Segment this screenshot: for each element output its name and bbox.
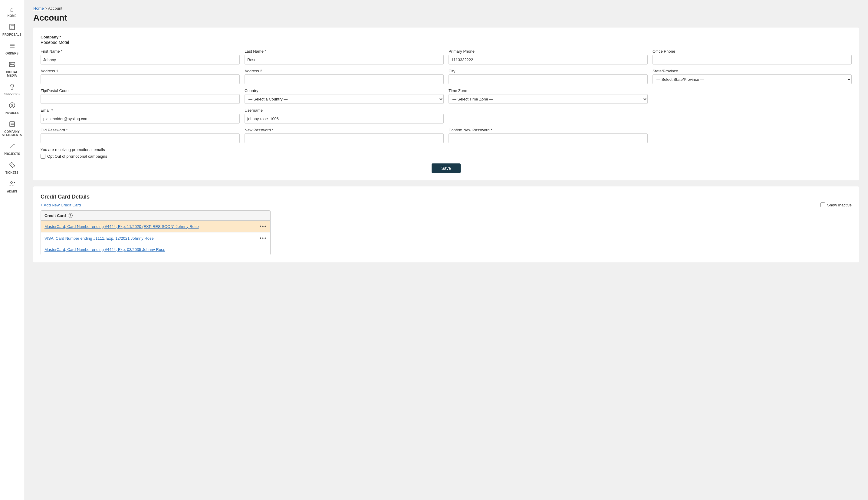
projects-icon (9, 143, 15, 151)
opt-out-checkbox[interactable] (41, 154, 45, 159)
address2-label: Address 2 (244, 69, 444, 73)
country-select[interactable]: — Select a Country — (244, 94, 444, 104)
add-cc-link[interactable]: + Add New Credit Card (41, 203, 81, 207)
cc-header: + Add New Credit Card Show Inactive (41, 203, 852, 207)
admin-icon (9, 180, 15, 189)
username-group: Username (244, 108, 444, 124)
sidebar-item-orders[interactable]: ORDERS (0, 39, 24, 58)
svg-point-19 (11, 182, 12, 183)
confirm-password-group: Confirm New Password * (448, 128, 648, 143)
cc-dots-1[interactable]: ••• (260, 224, 267, 229)
company-statements-icon (9, 121, 15, 129)
first-name-input[interactable] (41, 55, 240, 65)
old-password-group: Old Password * (41, 128, 240, 143)
breadcrumb-home-link[interactable]: Home (33, 6, 44, 11)
timezone-group: Time Zone — Select Time Zone — (448, 88, 648, 104)
svg-text:$: $ (11, 103, 13, 108)
promo-text: You are receiving promotional emails (41, 147, 852, 152)
office-phone-label: Office Phone (652, 49, 852, 54)
save-button[interactable]: Save (432, 163, 461, 173)
new-password-input[interactable] (244, 134, 444, 143)
sidebar-item-company-statements[interactable]: COMPANY STATEMENTS (0, 118, 24, 140)
last-name-input[interactable] (244, 55, 444, 65)
digital-media-icon (9, 61, 15, 69)
sidebar-item-home[interactable]: ⌂ HOME (0, 3, 24, 21)
form-row-5: Old Password * New Password * Confirm Ne… (41, 128, 852, 143)
address1-group: Address 1 (41, 69, 240, 84)
city-input[interactable] (448, 75, 648, 84)
tickets-icon (9, 162, 15, 170)
cc-table: Credit Card ? MasterCard, Card Number en… (41, 211, 271, 255)
confirm-password-label: Confirm New Password * (448, 128, 648, 132)
new-password-label: New Password * (244, 128, 444, 132)
city-group: City (448, 69, 648, 84)
svg-point-8 (10, 63, 11, 64)
form-row-1: First Name * Last Name * Primary Phone O… (41, 49, 852, 65)
opt-out-label: Opt Out of promotional campaigns (47, 154, 107, 159)
old-password-input[interactable] (41, 134, 240, 143)
old-password-label: Old Password * (41, 128, 240, 132)
primary-phone-input[interactable] (448, 55, 648, 65)
svg-line-17 (10, 144, 14, 148)
breadcrumb: Home > Account (33, 6, 859, 11)
show-inactive-checkbox[interactable] (821, 203, 825, 207)
zip-group: Zip/Postal Code (41, 88, 240, 104)
info-icon[interactable]: ? (68, 213, 73, 218)
cc-link-2[interactable]: VISA, Card Number ending #1111, Exp. 12/… (45, 236, 154, 241)
address2-input[interactable] (244, 75, 444, 84)
page-title: Account (33, 13, 859, 23)
promo-section: You are receiving promotional emails Opt… (41, 147, 852, 159)
cc-row-1-wrapper: MasterCard, Card Number ending #4444, Ex… (41, 221, 270, 232)
breadcrumb-separator: > (45, 6, 47, 11)
email-group: Email * (41, 108, 240, 124)
sidebar-item-label: COMPANY STATEMENTS (1, 130, 22, 137)
timezone-label: Time Zone (448, 88, 648, 93)
sidebar-item-digital-media[interactable]: DIGITAL MEDIA (0, 58, 24, 80)
sidebar-item-proposals[interactable]: PROPOSALS (0, 21, 24, 39)
zip-input[interactable] (41, 94, 240, 104)
opt-out-row: Opt Out of promotional campaigns (41, 154, 852, 159)
primary-phone-group: Primary Phone (448, 49, 648, 65)
sidebar-item-label: TICKETS (5, 171, 19, 174)
last-name-label: Last Name * (244, 49, 444, 54)
email-label: Email * (41, 108, 240, 113)
sidebar-item-tickets[interactable]: TICKETS (0, 159, 24, 177)
cc-dots-2[interactable]: ••• (260, 236, 267, 241)
office-phone-input[interactable] (652, 55, 852, 65)
sidebar-item-label: ORDERS (5, 52, 19, 55)
primary-phone-label: Primary Phone (448, 49, 648, 54)
show-inactive-row: Show Inactive (821, 203, 852, 207)
state-label: State/Province (652, 69, 852, 73)
cc-table-header: Credit Card ? (41, 211, 270, 221)
sidebar-item-projects[interactable]: PROJECTS (0, 140, 24, 159)
sidebar-item-invoices[interactable]: $ INVOICES (0, 99, 24, 118)
state-group: State/Province — Select State/Province — (652, 69, 852, 84)
zip-label: Zip/Postal Code (41, 88, 240, 93)
sidebar-item-services[interactable]: SERVICES (0, 80, 24, 99)
cc-row-3: MasterCard, Card Number ending #4444, Ex… (41, 244, 270, 255)
main-content: Home > Account Account Company * Rosebud… (24, 0, 868, 500)
confirm-password-input[interactable] (448, 134, 648, 143)
cc-link-3[interactable]: MasterCard, Card Number ending #4444, Ex… (45, 247, 165, 252)
credit-card-card: Credit Card Details + Add New Credit Car… (33, 186, 859, 262)
form-row-3: Zip/Postal Code Country — Select a Count… (41, 88, 852, 104)
show-inactive-label: Show Inactive (827, 203, 852, 207)
cc-link-1[interactable]: MasterCard, Card Number ending #4444, Ex… (45, 224, 198, 229)
sidebar-item-label: PROPOSALS (2, 33, 22, 36)
orders-icon (9, 42, 15, 50)
city-label: City (448, 69, 648, 73)
country-group: Country — Select a Country — (244, 88, 444, 104)
office-phone-group: Office Phone (652, 49, 852, 65)
state-select[interactable]: — Select State/Province — (652, 75, 852, 84)
svg-point-9 (11, 84, 14, 87)
sidebar-item-label: PROJECTS (4, 152, 20, 156)
svg-rect-14 (10, 122, 14, 126)
username-label: Username (244, 108, 444, 113)
sidebar-item-admin[interactable]: ADMIN (0, 177, 24, 196)
email-input[interactable] (41, 114, 240, 124)
home-icon: ⌂ (10, 6, 14, 13)
username-input[interactable] (244, 114, 444, 124)
sidebar-item-label: DIGITAL MEDIA (1, 70, 22, 77)
timezone-select[interactable]: — Select Time Zone — (448, 94, 648, 104)
address1-input[interactable] (41, 75, 240, 84)
